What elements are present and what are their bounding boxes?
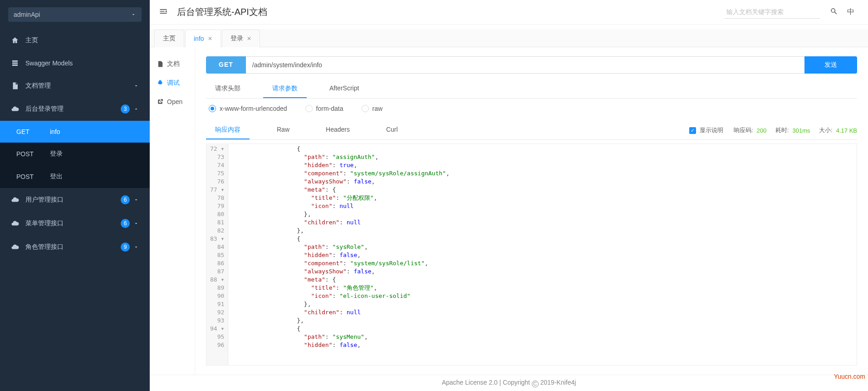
left-nav-label: Open xyxy=(167,98,182,105)
response-time-label: 耗时: xyxy=(775,126,789,134)
sidebar-subitem-info[interactable]: GETinfo xyxy=(0,121,150,143)
method-label: GET xyxy=(206,56,246,74)
radio-raw[interactable]: raw xyxy=(362,105,383,112)
cloud-icon xyxy=(11,219,19,228)
sidebar-subitem-登录[interactable]: POST登录 xyxy=(0,143,150,165)
sidebar-subitem-label: 登录 xyxy=(50,150,63,158)
main: 后台管理系统-API文档 中 主页info✕登录✕ 文档调试Open GET /… xyxy=(150,0,868,391)
sidebar-item-label: 文档管理 xyxy=(25,82,133,90)
sidebar-item-Swagger Models[interactable]: Swagger Models xyxy=(0,52,150,74)
sidebar-item-label: Swagger Models xyxy=(25,59,139,67)
sidebar-item-label: 角色管理接口 xyxy=(25,243,121,251)
search-button[interactable] xyxy=(830,7,838,17)
left-nav-文档[interactable]: 文档 xyxy=(150,54,195,74)
open-icon xyxy=(157,99,163,105)
tab-label: 主页 xyxy=(163,35,176,43)
header: 后台管理系统-API文档 中 xyxy=(150,0,868,25)
badge: 9 xyxy=(121,243,130,252)
response-size-value: 4.17 KB xyxy=(836,127,857,134)
tab-label: info xyxy=(194,35,204,42)
badge: 6 xyxy=(121,195,130,204)
response-tab-Headers[interactable]: Headers xyxy=(317,121,359,139)
bug-icon xyxy=(157,80,163,86)
menu-fold-icon xyxy=(159,7,168,16)
left-nav: 文档调试Open xyxy=(150,47,195,375)
response-code-label: 响应码: xyxy=(734,126,753,134)
home-icon xyxy=(11,36,19,45)
response-code-value: 200 xyxy=(757,127,767,134)
sidebar: adminApi 主页 Swagger Models 文档管理 后台登录管理 3… xyxy=(0,0,150,391)
url-input[interactable]: /admin/system/index/info xyxy=(246,56,804,74)
param-tab-请求参数[interactable]: 请求参数 xyxy=(263,80,307,98)
sidebar-item-label: 后台登录管理 xyxy=(25,105,121,113)
param-tabs: 请求头部请求参数AfterScript xyxy=(206,80,857,99)
badge: 3 xyxy=(121,104,130,114)
collapse-sidebar-button[interactable] xyxy=(159,7,168,17)
search-icon xyxy=(830,7,838,15)
sidebar-item-文档管理[interactable]: 文档管理 xyxy=(0,74,150,97)
api-selector-value: adminApi xyxy=(14,11,40,18)
response-tab-Curl[interactable]: Curl xyxy=(377,121,407,139)
page-title: 后台管理系统-API文档 xyxy=(177,6,725,18)
footer: Apache License 2.0 | Copyright C 2019-Kn… xyxy=(150,375,868,391)
api-selector[interactable]: adminApi xyxy=(8,7,142,22)
sidebar-item-主页[interactable]: 主页 xyxy=(0,29,150,52)
close-icon[interactable]: ✕ xyxy=(247,35,251,42)
doc-manage-icon xyxy=(11,82,19,90)
tab-登录[interactable]: 登录✕ xyxy=(222,30,260,47)
response-size-label: 大小: xyxy=(819,126,833,134)
radio-icon xyxy=(362,105,369,112)
tab-主页[interactable]: 主页 xyxy=(154,30,184,47)
response-tab-Raw[interactable]: Raw xyxy=(268,121,299,139)
radio-label: x-www-form-urlencoded xyxy=(220,105,287,112)
left-nav-label: 调试 xyxy=(167,79,180,87)
tab-bar: 主页info✕登录✕ xyxy=(150,29,868,47)
radio-form-data[interactable]: form-data xyxy=(305,105,343,112)
method-tag: POST xyxy=(16,173,37,180)
sidebar-item-角色管理接口[interactable]: 角色管理接口 9 xyxy=(0,235,150,259)
tab-label: 登录 xyxy=(230,35,243,43)
request-bar: GET /admin/system/index/info 发送 xyxy=(206,56,857,74)
left-nav-调试[interactable]: 调试 xyxy=(150,74,195,93)
show-desc-checkbox[interactable]: ✓ xyxy=(689,127,696,134)
chevron-down-icon xyxy=(133,197,139,203)
left-nav-label: 文档 xyxy=(167,60,180,68)
radio-icon xyxy=(209,105,216,112)
response-tab-响应内容[interactable]: 响应内容 xyxy=(206,121,250,139)
radio-label: form-data xyxy=(316,105,343,112)
left-nav-Open[interactable]: Open xyxy=(150,93,195,111)
cloud-icon xyxy=(11,105,19,113)
code-viewer[interactable]: 72 ▾7374757677 ▾787980818283 ▾8485868788… xyxy=(206,144,857,366)
content-type-radios: x-www-form-urlencodedform-dataraw xyxy=(206,105,857,112)
chevron-down-icon xyxy=(133,244,139,250)
show-desc-label: 显示说明 xyxy=(700,126,723,134)
send-button[interactable]: 发送 xyxy=(804,56,857,74)
param-tab-AfterScript[interactable]: AfterScript xyxy=(320,80,368,98)
sidebar-item-用户管理接口[interactable]: 用户管理接口 6 xyxy=(0,188,150,212)
language-toggle[interactable]: 中 xyxy=(847,7,854,17)
radio-icon xyxy=(305,105,313,112)
file-icon xyxy=(157,61,163,67)
cloud-icon xyxy=(11,196,19,204)
chevron-down-icon xyxy=(131,12,136,17)
radio-x-www-form-urlencoded[interactable]: x-www-form-urlencoded xyxy=(209,105,287,112)
radio-label: raw xyxy=(373,105,383,112)
sidebar-subitem-label: 登出 xyxy=(50,173,63,181)
sidebar-subitem-登出[interactable]: POST登出 xyxy=(0,165,150,188)
cloud-icon xyxy=(11,243,19,251)
response-header: 响应内容RawHeadersCurl ✓ 显示说明 响应码: 200 耗时: 3… xyxy=(206,121,857,140)
tab-info[interactable]: info✕ xyxy=(185,30,221,47)
sidebar-item-菜单管理接口[interactable]: 菜单管理接口 6 xyxy=(0,212,150,235)
chevron-up-icon xyxy=(133,106,139,112)
param-tab-请求头部[interactable]: 请求头部 xyxy=(206,80,250,98)
sidebar-subitem-label: info xyxy=(50,128,60,135)
sidebar-item-后台登录管理[interactable]: 后台登录管理 3 xyxy=(0,97,150,121)
chevron-down-icon xyxy=(133,83,139,89)
close-icon[interactable]: ✕ xyxy=(208,35,212,42)
badge: 6 xyxy=(121,219,130,228)
sidebar-item-label: 用户管理接口 xyxy=(25,196,121,204)
content: GET /admin/system/index/info 发送 请求头部请求参数… xyxy=(195,47,868,375)
method-tag: GET xyxy=(16,128,37,135)
search-input[interactable] xyxy=(725,5,820,19)
watermark: Yuucn.com xyxy=(834,373,865,380)
